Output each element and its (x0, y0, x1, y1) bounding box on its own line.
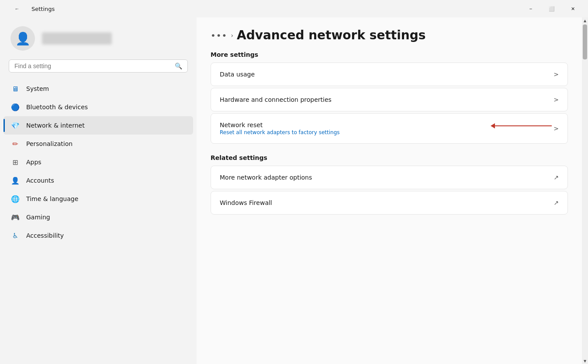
windows-firewall-content: Windows Firewall (220, 199, 272, 206)
back-button[interactable]: ← (7, 2, 27, 16)
hardware-connection-chevron-icon: > (553, 96, 559, 103)
sidebar-item-label-gaming: Gaming (26, 214, 50, 221)
sidebar-item-bluetooth[interactable]: 🔵 Bluetooth & devices (3, 98, 193, 116)
main-panel: ••• › Advanced network settings More set… (197, 17, 582, 364)
sidebar-item-accessibility[interactable]: ♿ Accessibility (3, 226, 193, 245)
sidebar-item-label-personalization: Personalization (26, 140, 73, 147)
search-input[interactable] (14, 62, 171, 69)
time-icon: 🌐 (10, 194, 20, 204)
arrow-line (495, 125, 552, 126)
network-reset-content: Network reset Reset all network adapters… (220, 121, 340, 135)
sidebar-item-system[interactable]: 🖥 System (3, 80, 193, 98)
related-settings-label: Related settings (211, 154, 568, 161)
breadcrumb-dots[interactable]: ••• (211, 30, 227, 41)
username-display (42, 32, 112, 45)
avatar: 👤 (10, 26, 35, 51)
system-icon: 🖥 (10, 84, 20, 94)
data-usage-content: Data usage (220, 71, 255, 78)
minimize-button[interactable]: − (521, 2, 541, 16)
apps-icon: ⊞ (10, 157, 20, 167)
hardware-connection-row: Hardware and connection properties > (211, 88, 567, 111)
search-icon: 🔍 (175, 62, 182, 69)
sidebar-item-network[interactable]: 💎 Network & internet (3, 116, 193, 135)
windows-firewall-card[interactable]: Windows Firewall ↗ (211, 191, 568, 215)
arrow-head (491, 123, 495, 128)
network-reset-card[interactable]: Network reset Reset all network adapters… (211, 113, 568, 144)
scrollbar-down-button[interactable]: ▼ (582, 358, 588, 364)
sidebar-item-apps[interactable]: ⊞ Apps (3, 153, 193, 171)
windows-firewall-title: Windows Firewall (220, 199, 272, 206)
nav-list: 🖥 System 🔵 Bluetooth & devices 💎 Network… (0, 80, 197, 361)
app-title: Settings (31, 6, 55, 12)
data-usage-row: Data usage > (211, 63, 567, 86)
network-icon: 💎 (10, 121, 20, 130)
scrollbar[interactable]: ▲ ▼ (582, 17, 588, 364)
scrollbar-thumb[interactable] (583, 24, 587, 59)
title-bar-left: ← Settings (7, 2, 55, 16)
sidebar-item-label-accessibility: Accessibility (26, 232, 64, 239)
sidebar-item-label-network: Network & internet (26, 122, 85, 129)
app-body: 👤 🔍 🖥 System 🔵 Bluetooth & devices 💎 Net… (0, 17, 588, 364)
sidebar-item-label-apps: Apps (26, 159, 42, 166)
title-bar: ← Settings − ⬜ ✕ (0, 0, 588, 17)
network-adapter-content: More network adapter options (220, 174, 312, 181)
scrollbar-track (582, 24, 588, 358)
sidebar-item-label-bluetooth: Bluetooth & devices (26, 104, 88, 111)
accounts-icon: 👤 (10, 176, 20, 185)
scrollbar-up-button[interactable]: ▲ (582, 17, 588, 24)
sidebar: 👤 🔍 🖥 System 🔵 Bluetooth & devices 💎 Net… (0, 17, 197, 364)
data-usage-title: Data usage (220, 71, 255, 78)
arrow-annotation (491, 123, 552, 128)
window-controls: − ⬜ ✕ (521, 2, 583, 16)
hardware-connection-card[interactable]: Hardware and connection properties > (211, 88, 568, 111)
hardware-connection-title: Hardware and connection properties (220, 96, 332, 103)
user-profile-section[interactable]: 👤 (0, 17, 197, 59)
personalization-icon: ✏️ (10, 139, 20, 149)
hardware-connection-content: Hardware and connection properties (220, 96, 332, 103)
network-adapter-title: More network adapter options (220, 174, 312, 181)
network-adapter-card[interactable]: More network adapter options ↗ (211, 166, 568, 189)
data-usage-chevron-icon: > (553, 71, 559, 78)
search-box[interactable]: 🔍 (9, 59, 188, 73)
more-settings-label: More settings (211, 51, 568, 58)
network-adapter-external-icon: ↗ (553, 174, 559, 181)
windows-firewall-external-icon: ↗ (553, 199, 559, 206)
sidebar-item-accounts[interactable]: 👤 Accounts (3, 171, 193, 190)
sidebar-item-label-system: System (26, 85, 49, 92)
sidebar-item-label-time: Time & language (26, 195, 78, 202)
user-icon: 👤 (15, 31, 31, 46)
gaming-icon: 🎮 (10, 212, 20, 222)
maximize-button[interactable]: ⬜ (542, 2, 562, 16)
data-usage-card[interactable]: Data usage > (211, 62, 568, 86)
breadcrumb: ••• › Advanced network settings (211, 28, 568, 42)
sidebar-item-personalization[interactable]: ✏️ Personalization (3, 135, 193, 153)
bluetooth-icon: 🔵 (10, 102, 20, 112)
network-reset-subtitle: Reset all network adapters to factory se… (220, 129, 340, 135)
sidebar-item-time[interactable]: 🌐 Time & language (3, 190, 193, 208)
sidebar-item-gaming[interactable]: 🎮 Gaming (3, 208, 193, 226)
network-reset-row: Network reset Reset all network adapters… (211, 114, 567, 143)
network-adapter-row: More network adapter options ↗ (211, 166, 567, 189)
close-button[interactable]: ✕ (563, 2, 583, 16)
breadcrumb-chevron-icon: › (231, 32, 233, 39)
network-reset-chevron-icon: > (553, 125, 559, 132)
windows-firewall-row: Windows Firewall ↗ (211, 191, 567, 214)
page-title: Advanced network settings (237, 28, 425, 42)
sidebar-item-label-accounts: Accounts (26, 177, 54, 184)
accessibility-icon: ♿ (10, 231, 20, 240)
network-reset-title: Network reset (220, 121, 340, 128)
